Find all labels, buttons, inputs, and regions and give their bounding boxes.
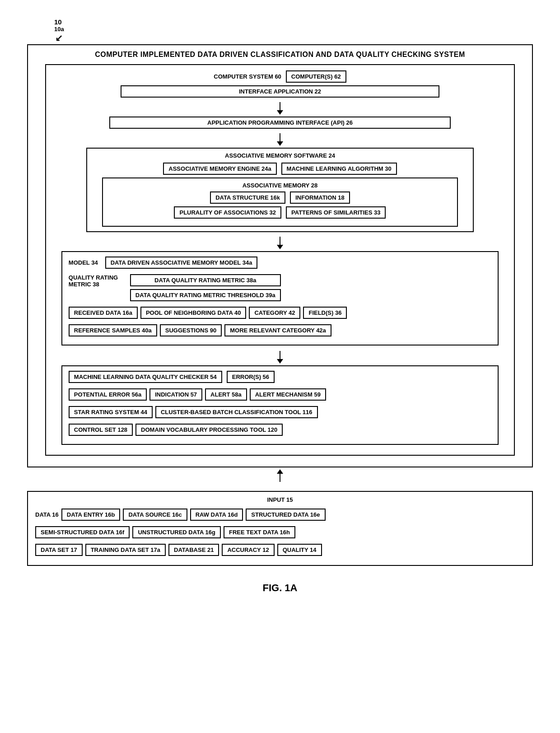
- input-box: INPUT 15 DATA 16 DATA ENTRY 16b DATA SOU…: [27, 491, 533, 566]
- am-engine-box: ASSOCIATIVE MEMORY ENGINE 24a: [163, 163, 276, 175]
- row-input-title: INPUT 15: [35, 496, 525, 503]
- data-quality-threshold-box: DATA QUALITY RATING METRIC THRESHOLD 39a: [130, 289, 281, 301]
- row-computer: COMPUTER SYSTEM 60 COMPUTER(S) 62: [52, 70, 508, 83]
- free-text-box: FREE TEXT DATA 16h: [224, 526, 295, 538]
- row-quality-rating: QUALITY RATING METRIC 38 DATA QUALITY RA…: [69, 274, 491, 301]
- structured-data-box: STRUCTURED DATA 16e: [246, 509, 325, 521]
- data-set-box: DATA SET 17: [35, 544, 83, 556]
- suggestions-box: SUGGESTIONS 90: [160, 324, 222, 336]
- data-source-box: DATA SOURCE 16c: [123, 509, 187, 521]
- ref-10: 10 10a ↙: [54, 18, 64, 42]
- patterns-box: PATTERNS OF SIMILARITIES 33: [286, 206, 386, 219]
- row-potential-error: POTENTIAL ERROR 56a INDICATION 57 ALERT …: [69, 388, 491, 401]
- row-data: DATA 16 DATA ENTRY 16b DATA SOURCE 16c R…: [35, 509, 525, 521]
- row-dataset: DATA SET 17 TRAINING DATA SET 17a DATABA…: [35, 544, 525, 556]
- category-box: CATEGORY 42: [249, 307, 300, 319]
- data-entry-box: DATA ENTRY 16b: [61, 509, 121, 521]
- errors-box: ERROR(S) 56: [227, 371, 275, 383]
- control-set-box: CONTROL SET 128: [69, 424, 133, 436]
- row-star-rating: STAR RATING SYSTEM 44 CLUSTER-BASED BATC…: [69, 406, 491, 418]
- quality-box: QUALITY 14: [277, 544, 322, 556]
- accuracy-box: ACCURACY 12: [222, 544, 274, 556]
- am-title: ASSOCIATIVE MEMORY 28: [243, 182, 318, 189]
- arrow-ref: ↙: [55, 33, 63, 42]
- ams-title: ASSOCIATIVE MEMORY SOFTWARE 24: [225, 152, 335, 159]
- fig-caption: FIG. 1A: [27, 582, 533, 594]
- plurality-box: PLURALITY OF ASSOCIATIONS 32: [174, 206, 281, 219]
- arrow-4: [277, 351, 283, 364]
- interface-app-box: INTERFACE APPLICATION 22: [121, 85, 439, 98]
- cluster-batch-box: CLUSTER-BASED BATCH CLASSIFICATION TOOL …: [155, 406, 318, 418]
- information-box: INFORMATION 18: [290, 191, 350, 204]
- input-label: INPUT 15: [267, 496, 293, 503]
- row-semi-structured: SEMI-STRUCTURED DATA 16f UNSTRUCTURED DA…: [35, 526, 525, 538]
- reference-samples-box: REFERENCE SAMPLES 40a: [69, 324, 157, 336]
- raw-data-box: RAW DATA 16d: [190, 509, 243, 521]
- computer-system-box: COMPUTER SYSTEM 60 COMPUTER(S) 62 INTERF…: [45, 64, 515, 456]
- data-quality-metric-box: DATA QUALITY RATING METRIC 38a: [130, 274, 281, 286]
- row-received-data: RECEIVED DATA 16a POOL OF NEIGHBORING DA…: [69, 307, 491, 319]
- alert-box: ALERT 58a: [205, 388, 247, 401]
- received-data-box: RECEIVED DATA 16a: [69, 307, 138, 319]
- ml-box: MACHINE LEARNING DATA QUALITY CHECKER 54…: [61, 365, 499, 445]
- training-data-set-box: TRAINING DATA SET 17a: [85, 544, 166, 556]
- row-model: MODEL 34 DATA DRIVEN ASSOCIATIVE MEMORY …: [69, 257, 491, 269]
- row-ml-checker: MACHINE LEARNING DATA QUALITY CHECKER 54…: [69, 371, 491, 383]
- more-relevant-category-box: MORE RELEVANT CATEGORY 42a: [224, 324, 331, 336]
- api-box: APPLICATION PROGRAMMING INTERFACE (API) …: [109, 117, 451, 129]
- ref-10-text: 10: [54, 18, 62, 26]
- star-rating-box: STAR RATING SYSTEM 44: [69, 406, 153, 418]
- reference-labels: 10 10a ↙: [27, 18, 64, 42]
- outer-box: COMPUTER IMPLEMENTED DATA DRIVEN CLASSIF…: [27, 44, 533, 467]
- ref-10a-text: 10a: [54, 26, 64, 33]
- indication-box: INDICATION 57: [149, 388, 202, 401]
- unstructured-box: UNSTRUCTURED DATA 16g: [132, 526, 221, 538]
- row-reference-samples: REFERENCE SAMPLES 40a SUGGESTIONS 90 MOR…: [69, 324, 491, 336]
- arrow-up-1: [277, 469, 283, 482]
- row-plurality: PLURALITY OF ASSOCIATIONS 32 PATTERNS OF…: [107, 206, 453, 219]
- arrow-3: [277, 237, 283, 249]
- alert-mechanism-box: ALERT MECHANISM 59: [250, 388, 326, 401]
- row-api: APPLICATION PROGRAMMING INTERFACE (API) …: [52, 117, 508, 129]
- row-am-engine: ASSOCIATIVE MEMORY ENGINE 24a MACHINE LE…: [93, 163, 467, 175]
- ams-box: ASSOCIATIVE MEMORY SOFTWARE 24 ASSOCIATI…: [86, 148, 473, 232]
- potential-error-box: POTENTIAL ERROR 56a: [69, 388, 147, 401]
- arrow-1: [277, 102, 283, 115]
- row-control-set: CONTROL SET 128 DOMAIN VOCABULARY PROCES…: [69, 424, 491, 436]
- domain-vocab-box: DOMAIN VOCABULARY PROCESSING TOOL 120: [135, 424, 283, 436]
- outer-title: COMPUTER IMPLEMENTED DATA DRIVEN CLASSIF…: [95, 51, 465, 59]
- pool-neighboring-box: POOL OF NEIGHBORING DATA 40: [140, 307, 246, 319]
- computer-system-label: COMPUTER SYSTEM 60: [214, 73, 281, 80]
- ml-checker-box: MACHINE LEARNING DATA QUALITY CHECKER 54: [69, 371, 222, 383]
- data-structure-box: DATA STRUCTURE 16k: [210, 191, 285, 204]
- data-driven-model-box: DATA DRIVEN ASSOCIATIVE MEMORY MODEL 34a: [105, 257, 258, 269]
- quality-rating-label: QUALITY RATING METRIC 38: [69, 274, 123, 288]
- am-box: ASSOCIATIVE MEMORY 28 DATA STRUCTURE 16k…: [102, 177, 458, 227]
- row-interface: INTERFACE APPLICATION 22: [52, 85, 508, 98]
- ml-algorithm-box: MACHINE LEARNING ALGORITHM 30: [281, 163, 397, 175]
- semi-structured-box: SEMI-STRUCTURED DATA 16f: [35, 526, 130, 538]
- computers-box: COMPUTER(S) 62: [286, 70, 346, 83]
- row-data-structure: DATA STRUCTURE 16k INFORMATION 18: [107, 191, 453, 204]
- arrow-2: [277, 133, 283, 146]
- database-box: DATABASE 21: [168, 544, 219, 556]
- model-label: MODEL 34: [69, 259, 98, 266]
- data-label: DATA 16: [35, 511, 59, 518]
- model-box: MODEL 34 DATA DRIVEN ASSOCIATIVE MEMORY …: [61, 251, 499, 345]
- fields-box: FIELD(S) 36: [303, 307, 347, 319]
- page-container: 10 10a ↙ COMPUTER IMPLEMENTED DATA DRIVE…: [27, 18, 533, 594]
- connector-to-input: [27, 467, 533, 484]
